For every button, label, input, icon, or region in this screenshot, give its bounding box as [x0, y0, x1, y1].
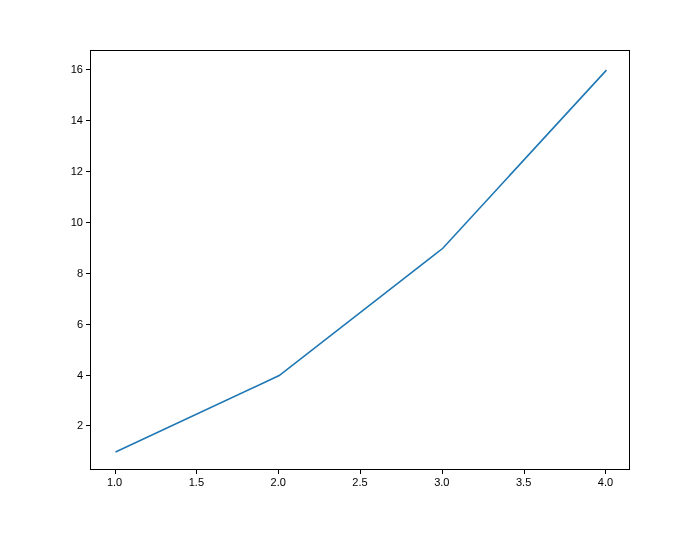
y-tick-mark	[86, 375, 90, 376]
plot-area	[90, 50, 630, 470]
x-tick-label: 4.0	[598, 476, 613, 488]
line-chart-svg	[91, 51, 631, 471]
y-tick-label: 6	[53, 318, 83, 330]
x-tick-mark	[442, 470, 443, 474]
x-tick-mark	[360, 470, 361, 474]
x-tick-label: 3.5	[516, 476, 531, 488]
x-tick-mark	[196, 470, 197, 474]
y-tick-mark	[86, 222, 90, 223]
x-tick-label: 1.0	[107, 476, 122, 488]
data-line	[116, 70, 607, 452]
x-tick-mark	[278, 470, 279, 474]
chart-container: 1.01.52.02.53.03.54.0 246810121416	[0, 0, 700, 560]
y-tick-mark	[86, 273, 90, 274]
y-tick-label: 14	[53, 114, 83, 126]
y-tick-label: 12	[53, 165, 83, 177]
x-tick-label: 1.5	[189, 476, 204, 488]
x-tick-label: 2.5	[352, 476, 367, 488]
y-tick-mark	[86, 324, 90, 325]
x-tick-mark	[524, 470, 525, 474]
y-tick-label: 8	[53, 267, 83, 279]
y-tick-mark	[86, 425, 90, 426]
y-tick-mark	[86, 120, 90, 121]
y-tick-mark	[86, 171, 90, 172]
x-tick-label: 3.0	[434, 476, 449, 488]
y-tick-label: 10	[53, 216, 83, 228]
x-tick-mark	[605, 470, 606, 474]
y-tick-label: 16	[53, 63, 83, 75]
x-tick-label: 2.0	[271, 476, 286, 488]
y-tick-label: 2	[53, 419, 83, 431]
y-tick-label: 4	[53, 369, 83, 381]
y-tick-mark	[86, 69, 90, 70]
x-tick-mark	[115, 470, 116, 474]
